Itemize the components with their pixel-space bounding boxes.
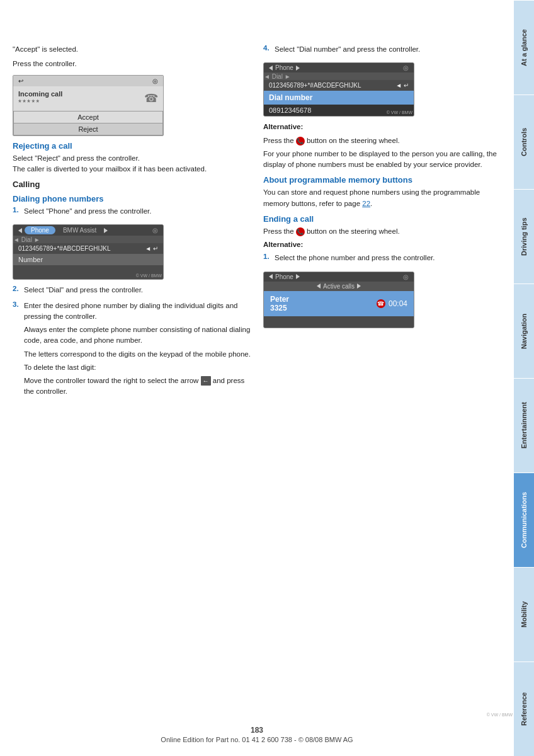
page-footer: 183 Online Edition for Part no. 01 41 2 … [0, 726, 514, 743]
page-number: 183 [0, 726, 514, 735]
alternative-label: Alternative: [263, 122, 501, 132]
right-arrow-icon [104, 228, 108, 233]
phone-label-3: Phone [275, 273, 293, 280]
rejecting-call-text: Select "Reject" and press the controller… [13, 153, 251, 175]
ending-call-text: Press the 📞 button on the steering wheel… [263, 226, 501, 237]
sidebar-tab-entertainment[interactable]: Entertainment [514, 378, 534, 472]
page-container: At a glance Controls Driving tips Naviga… [0, 0, 534, 756]
dial-screen-1-topnav: Phone BMW Assist ◎ [13, 225, 163, 236]
left-arrow-icon [18, 228, 22, 233]
rejecting-call-heading: Rejecting a call [13, 141, 251, 151]
incoming-call-screen: ↩ ◎ Incoming call ***** ☎ Accept Reject [13, 75, 164, 136]
settings-icon-3: ◎ [403, 64, 409, 71]
sidebar-tab-communications[interactable]: Communications [514, 472, 534, 567]
dial-row-2: ◄ Dial ► [264, 72, 414, 80]
about-memory-text: You can store and request phone numbers … [263, 187, 501, 209]
ending-step-1-num: 1. [263, 253, 272, 266]
caller-info: Peter 3325 [270, 295, 289, 312]
caller-number: 3325 [270, 304, 289, 312]
bmw-assist-tab[interactable]: BMW Assist [58, 226, 101, 234]
number-label: Number [13, 254, 163, 265]
alternative-text: Press the 📞 button on the steering wheel… [263, 135, 501, 146]
step-1-num: 1. [13, 206, 21, 219]
step-4: 4. Select "Dial number" and press the co… [263, 44, 501, 57]
watermark-2: © VW / BMW [387, 110, 412, 115]
calling-heading: Calling [13, 180, 251, 189]
sidebar-tab-at-a-glance[interactable]: At a glance [514, 0, 534, 94]
caller-stars: ***** [18, 98, 62, 107]
about-memory-heading: About programmable memory buttons [263, 175, 501, 185]
step-3-delete2: Move the controller toward the right to … [24, 375, 251, 398]
sidebar-tab-controls[interactable]: Controls [514, 94, 534, 189]
info-text: For your phone number to be displayed to… [263, 149, 501, 171]
number-bar-1: 0123456789+*#ABCDEFGHIJKL ◄ ↵ [13, 243, 163, 254]
left-arrow-icon-2 [269, 66, 273, 71]
footer-text: Online Edition for Part no. 01 41 2 600 … [0, 736, 514, 743]
step-3: 3. Enter the desired phone number by dia… [13, 301, 251, 400]
active-calls-screen: Phone ◎ Active calls Peter 3325 [263, 272, 414, 328]
ending-alt-label: Alternative: [263, 239, 501, 250]
sidebar-tab-navigation[interactable]: Navigation [514, 284, 534, 378]
end-call-icon-2: 📞 [296, 227, 305, 236]
active-calls-subtitle: Active calls [264, 282, 414, 291]
left-arrow-icon-3 [269, 274, 273, 279]
step-1-text: Select "Phone" and press the controller. [24, 206, 152, 217]
sidebar-tab-driving-tips[interactable]: Driving tips [514, 189, 534, 284]
two-column-layout: "Accept" is selected. Press the controll… [13, 44, 501, 402]
active-call-row: Peter 3325 ☎ 00:04 [264, 291, 414, 316]
call-duration: ☎ 00:04 [377, 299, 407, 308]
intro-line1: "Accept" is selected. [13, 44, 251, 55]
incoming-call-label: Incoming call [18, 90, 62, 98]
page-link-22[interactable]: 22 [362, 200, 370, 207]
sidebar: At a glance Controls Driving tips Naviga… [514, 0, 534, 756]
right-arrow-icon-4 [357, 284, 361, 289]
ending-call-heading: Ending a call [263, 214, 501, 224]
step-2-text: Select "Dial" and press the controller. [24, 285, 143, 295]
screen-body: Incoming call ***** ☎ [13, 86, 163, 111]
call-buttons: Accept Reject [13, 111, 163, 135]
step-2-num: 2. [13, 285, 21, 298]
main-content: "Accept" is selected. Press the controll… [0, 38, 514, 718]
dial-screen-2-topnav: Phone ◎ [264, 63, 414, 72]
settings-icon-2: ◎ [152, 227, 158, 234]
step-3-num: 3. [13, 301, 21, 400]
accept-button[interactable]: Accept [13, 111, 163, 123]
backspace-icon-2: ◄ ↵ [395, 82, 409, 89]
settings-icon-4: ◎ [403, 273, 409, 280]
screen-top-bar: ↩ ◎ [13, 76, 163, 86]
reject-button[interactable]: Reject [13, 123, 163, 135]
active-top-nav: Phone ◎ [264, 272, 414, 282]
sidebar-tab-reference[interactable]: Reference [514, 662, 534, 756]
intro-line2: Press the controller. [13, 59, 251, 69]
step-3-text3: The letters correspond to the digits on … [24, 349, 251, 360]
number-bar-2: 0123456789+*#ABCDEFGHIJKL ◄ ↵ [264, 80, 414, 91]
ending-step-1: 1. Select the phone number and press the… [263, 253, 501, 266]
backspace-icon: ◄ ↵ [145, 245, 158, 252]
step-1: 1. Select "Phone" and press the controll… [13, 206, 251, 219]
phone-tab[interactable]: Phone [25, 226, 55, 234]
left-arrow-icon-4 [317, 284, 321, 289]
dial-number-highlight[interactable]: Dial number [264, 91, 414, 105]
dial-row-1: ◄ Dial ► [13, 236, 163, 243]
step-4-text: Select "Dial number" and press the contr… [275, 44, 420, 55]
step-3-delete: To delete the last digit: [24, 362, 251, 373]
active-call-icon: ☎ [377, 299, 385, 308]
step-2: 2. Select "Dial" and press the controlle… [13, 285, 251, 298]
step-4-num: 4. [263, 44, 272, 57]
screen-padding [264, 316, 414, 328]
call-info: Incoming call ***** [18, 90, 62, 107]
arrow-left-icon: ← [201, 376, 211, 386]
phone-label-2: Phone [275, 64, 293, 71]
right-arrow-icon-3 [296, 274, 300, 279]
step-3-text1: Enter the desired phone number by dialin… [24, 301, 251, 323]
end-call-icon: 📞 [296, 137, 305, 146]
left-column: "Accept" is selected. Press the controll… [13, 44, 251, 402]
right-column: 4. Select "Dial number" and press the co… [263, 44, 501, 402]
phone-icon: ☎ [144, 91, 158, 105]
back-icon: ↩ [18, 77, 23, 84]
sidebar-tab-mobility[interactable]: Mobility [514, 567, 534, 662]
right-arrow-icon-2 [296, 66, 300, 71]
step-3-text2: Always enter the complete phone number c… [24, 324, 251, 346]
settings-icon: ◎ [152, 77, 158, 84]
dial-screen-2: Phone ◎ ◄ Dial ► 0123456789+*#ABCDEFGHIJ… [263, 62, 414, 117]
